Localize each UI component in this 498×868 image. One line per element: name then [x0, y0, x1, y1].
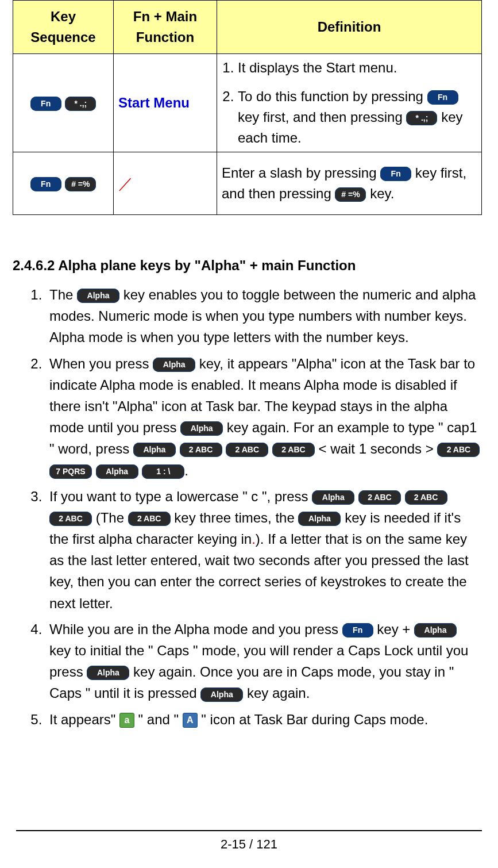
cell-main-function: ／: [114, 152, 217, 215]
two-abc-key-icon: 2 ABC: [405, 490, 447, 505]
seven-pqrs-key-icon: 7 PQRS: [49, 464, 92, 479]
text: key again.: [247, 685, 310, 701]
text: While you are in the Alpha mode and you …: [49, 621, 342, 637]
two-abc-key-icon: 2 ABC: [180, 443, 222, 457]
star-key-icon: * .,;: [65, 97, 96, 111]
cell-definition: It displays the Start menu. To do this f…: [217, 54, 482, 152]
cell-definition: Enter a slash by pressing Fn key first, …: [217, 152, 482, 215]
alpha-key-icon: Alpha: [77, 289, 119, 303]
two-abc-key-icon: 2 ABC: [272, 443, 315, 457]
list-item: The Alpha key enables you to toggle betw…: [46, 284, 482, 348]
alpha-key-icon: Alpha: [87, 666, 129, 680]
text: key.: [370, 186, 394, 201]
definition-item: To do this function by pressing Fn key f…: [238, 86, 477, 148]
list-item: When you press Alpha key, it appears "Al…: [46, 353, 482, 481]
hash-key-icon: # =%: [335, 187, 366, 202]
page: Key Sequence Fn + Main Function Definiti…: [0, 0, 498, 868]
one-key-icon: 1 : \: [142, 464, 184, 479]
footer-divider: [16, 830, 482, 831]
list-item: It appears" " and " " icon at Task Bar d…: [46, 709, 482, 730]
fn-key-icon: Fn: [427, 90, 458, 105]
alpha-key-icon: Alpha: [180, 421, 223, 436]
text: " icon at Task Bar during Caps mode.: [201, 712, 428, 727]
th-definition: Definition: [217, 1, 482, 54]
alpha-key-icon: Alpha: [200, 688, 243, 702]
section-heading: 2.4.6.2 Alpha plane keys by "Alpha" + ma…: [13, 258, 482, 274]
text: The: [49, 287, 77, 302]
hash-key-icon: # =%: [65, 177, 96, 191]
two-abc-key-icon: 2 ABC: [128, 512, 171, 526]
slash-label: ／: [118, 175, 133, 192]
red-period: .: [252, 531, 256, 547]
th-key-sequence: Key Sequence: [13, 1, 114, 54]
text: Enter a slash by pressing: [222, 165, 380, 180]
alpha-lowercase-icon: [119, 713, 134, 728]
page-number: 2-15 / 121: [0, 837, 498, 852]
table-row: Fn # =% ／ Enter a slash by pressing Fn k…: [13, 152, 482, 215]
cell-key-sequence: Fn # =%: [13, 152, 114, 215]
table-row: Fn * .,; Start Menu It displays the Star…: [13, 54, 482, 152]
text: To do this function by pressing: [238, 89, 427, 104]
body-list: The Alpha key enables you to toggle betw…: [13, 284, 482, 730]
list-item: If you want to type a lowercase " c ", p…: [46, 486, 482, 614]
text: .: [184, 463, 188, 478]
text: (The: [96, 510, 128, 525]
th-main-function: Fn + Main Function: [114, 1, 217, 54]
two-abc-key-icon: 2 ABC: [358, 490, 401, 505]
two-abc-key-icon: 2 ABC: [437, 443, 480, 457]
text: " and ": [138, 712, 183, 727]
cell-key-sequence: Fn * .,;: [13, 54, 114, 152]
text: key first, and then pressing: [238, 109, 406, 125]
fn-key-icon: Fn: [380, 167, 411, 181]
list-item: While you are in the Alpha mode and you …: [46, 619, 482, 704]
cell-main-function: Start Menu: [114, 54, 217, 152]
alpha-key-icon: Alpha: [414, 623, 457, 637]
fn-key-icon: Fn: [30, 97, 61, 111]
fn-key-icon: Fn: [30, 177, 61, 191]
two-abc-key-icon: 2 ABC: [226, 443, 268, 457]
star-key-icon: * .,;: [406, 111, 437, 125]
alpha-key-icon: Alpha: [153, 358, 195, 372]
text: key three times, the: [174, 510, 298, 525]
text: If you want to type a lowercase " c ", p…: [49, 489, 312, 504]
alpha-key-icon: Alpha: [133, 443, 176, 457]
two-abc-key-icon: 2 ABC: [49, 512, 92, 526]
text: It appears": [49, 712, 119, 727]
alpha-key-icon: Alpha: [312, 490, 354, 505]
definition-item: It displays the Start menu.: [238, 57, 477, 78]
alpha-key-icon: Alpha: [298, 512, 341, 526]
alpha-key-icon: Alpha: [96, 464, 138, 479]
text: key +: [377, 621, 414, 637]
key-function-table: Key Sequence Fn + Main Function Definiti…: [13, 0, 482, 215]
start-menu-label: Start Menu: [118, 95, 190, 110]
fn-key-icon: Fn: [342, 623, 373, 637]
alpha-uppercase-icon: [183, 713, 198, 728]
text: When you press: [49, 356, 153, 371]
text: < wait 1 seconds >: [319, 441, 438, 456]
